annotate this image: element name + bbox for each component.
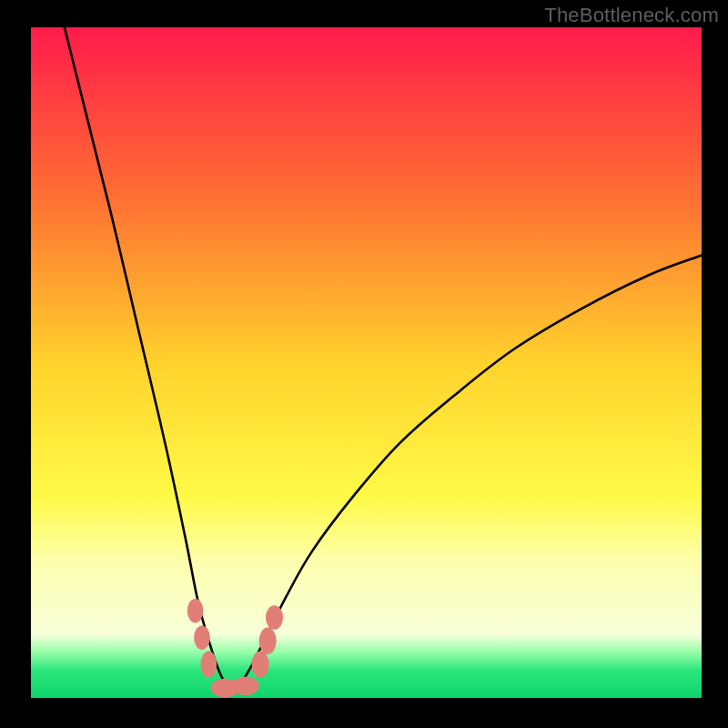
curve-marker	[194, 625, 210, 650]
curve-marker	[232, 676, 258, 695]
curve-marker	[259, 628, 277, 654]
watermark-text: TheBottleneck.com	[544, 4, 719, 27]
chart-frame: TheBottleneck.com	[0, 0, 728, 728]
gradient-background	[31, 27, 702, 698]
curve-marker	[266, 605, 283, 630]
bottleneck-chart	[0, 0, 728, 728]
curve-marker	[200, 651, 217, 677]
curve-marker	[187, 599, 204, 623]
curve-marker	[251, 651, 268, 677]
